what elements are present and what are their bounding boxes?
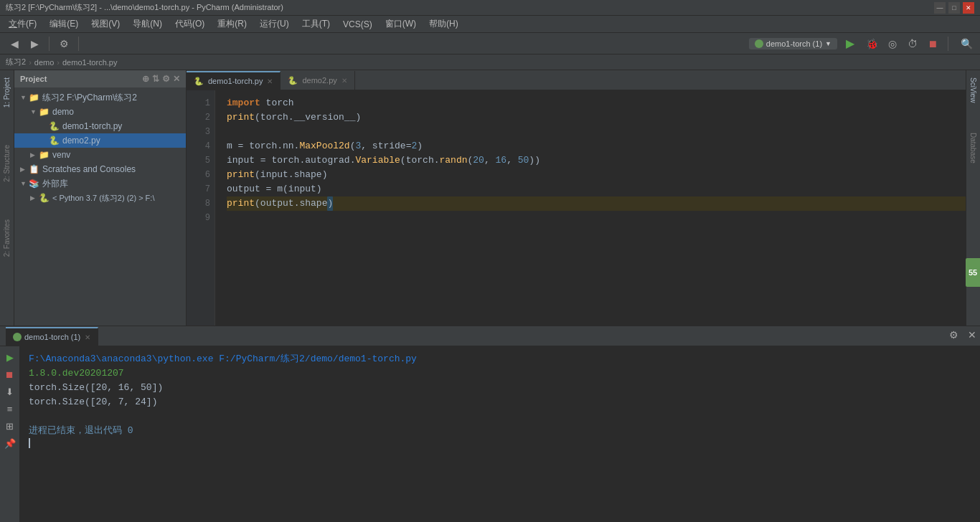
tab-label-demo2: demo2.py xyxy=(302,76,336,85)
tab-close-demo2[interactable]: ✕ xyxy=(341,77,347,85)
run-button[interactable]: ▶ xyxy=(842,35,859,52)
menu-window[interactable]: 窗口(W) xyxy=(380,16,422,32)
run-softWraps-button[interactable]: ≡ xyxy=(2,401,18,417)
minimize-button[interactable]: — xyxy=(934,2,946,14)
code-line-8: print(output.shape) xyxy=(227,196,966,211)
menu-edit[interactable]: 编辑(E) xyxy=(44,16,84,32)
profile-button[interactable]: ⏱ xyxy=(905,36,920,52)
tree-arrow-scratches: ▶ xyxy=(20,166,27,173)
output-line-version: 1.8.0.dev20201207 xyxy=(29,366,971,381)
breadcrumb-root[interactable]: 练习2 xyxy=(6,57,26,67)
output-line-size2: torch.Size([20, 7, 24]) xyxy=(29,395,971,409)
run-config-label: demo1-torch (1) xyxy=(766,39,822,48)
toolbar-separator-2 xyxy=(78,37,79,51)
menu-help[interactable]: 帮助(H) xyxy=(423,16,464,32)
tab-close-demo1[interactable]: ✕ xyxy=(267,77,273,85)
output-cursor-line xyxy=(29,438,971,448)
menu-refactor[interactable]: 重构(R) xyxy=(212,16,253,32)
project-panel-header: Project ⊕ ⇅ ⚙ ✕ xyxy=(14,70,186,87)
tree-arrow-demo: ▼ xyxy=(30,108,37,115)
run-scroll-end-button[interactable]: ⬇ xyxy=(2,384,18,399)
toolbar-settings-button[interactable]: ⚙ xyxy=(55,35,72,52)
right-tab-sciview[interactable]: SciView xyxy=(968,73,979,107)
tree-arrow-python: ▶ xyxy=(30,194,37,201)
code-content[interactable]: import torch print(torch.__version__) m … xyxy=(215,90,966,326)
tree-item-external-libs[interactable]: ▼ 📚 外部库 xyxy=(14,176,186,191)
code-editor[interactable]: 1 2 3 4 5 6 7 8 9 import torch print(tor… xyxy=(187,90,966,326)
right-sidebar-tabs: SciView Database xyxy=(966,70,980,326)
project-panel-expand-btn[interactable]: ⇅ xyxy=(152,74,159,84)
coverage-button[interactable]: ◎ xyxy=(885,36,900,52)
folder-icon-venv: 📁 xyxy=(39,150,50,160)
external-libs-icon: 📚 xyxy=(29,179,39,189)
run-pin-button[interactable]: 📌 xyxy=(2,435,18,451)
run-stop-button[interactable]: ⏹ xyxy=(2,366,18,382)
menu-code[interactable]: 代码(O) xyxy=(169,16,210,32)
menu-navigate[interactable]: 导航(N) xyxy=(127,16,168,32)
folder-icon-demo: 📁 xyxy=(39,107,50,117)
editor-tabs: 🐍 demo1-torch.py ✕ 🐍 demo2.py ✕ xyxy=(187,70,966,90)
run-config-selector[interactable]: demo1-torch (1) ▼ xyxy=(749,38,837,49)
tree-item-root[interactable]: ▼ 📁 练习2 F:\PyCharm\练习2 xyxy=(14,90,186,105)
run-output[interactable]: F:\Anaconda3\anaconda3\python.exe F:/PyC… xyxy=(20,346,980,522)
run-restart-button[interactable]: ▶ xyxy=(2,349,18,365)
tree-item-venv[interactable]: ▶ 📁 venv xyxy=(14,148,186,162)
tree-label-ext: 外部库 xyxy=(42,178,68,190)
breadcrumb: 练习2 › demo › demo1-torch.py xyxy=(0,54,980,70)
run-tab-close[interactable]: ✕ xyxy=(85,333,90,341)
tree-item-demo2[interactable]: ▶ 🐍 demo2.py xyxy=(14,133,186,148)
python-icon: 🐍 xyxy=(39,193,50,203)
run-config-icon xyxy=(755,39,763,48)
title-bar: 练习2 [F:\PyCharm\练习2] - ...\demo\demo1-to… xyxy=(0,0,980,16)
menu-view[interactable]: 视图(V) xyxy=(85,16,126,32)
sidebar-tab-favorites[interactable]: 2: Favorites xyxy=(1,215,12,261)
scratches-icon: 📋 xyxy=(29,164,39,174)
debug-button[interactable]: 🐞 xyxy=(863,35,880,52)
project-panel-add-btn[interactable]: ⊕ xyxy=(142,74,149,84)
run-settings-button[interactable]: ⚙ xyxy=(946,327,961,343)
sidebar-tab-structure[interactable]: 2: Structure xyxy=(1,141,12,186)
main-area: 1: Project 2: Structure 2: Favorites Pro… xyxy=(0,70,980,326)
close-button[interactable]: ✕ xyxy=(963,2,974,14)
project-panel-close-btn[interactable]: ✕ xyxy=(173,74,180,84)
menu-run[interactable]: 运行(U) xyxy=(254,16,295,32)
toolbar-back-button[interactable]: ◀ xyxy=(6,35,23,52)
stop-button[interactable]: ⏹ xyxy=(925,36,941,52)
search-everywhere-button[interactable]: 🔍 xyxy=(958,36,974,52)
maximize-button[interactable]: □ xyxy=(948,2,960,14)
tab-icon-demo2: 🐍 xyxy=(288,76,298,85)
tree-item-python[interactable]: ▶ 🐍 < Python 3.7 (练习2) (2) > F:\ xyxy=(14,191,186,205)
sidebar-tab-project[interactable]: 1: Project xyxy=(1,73,12,112)
run-filter-button[interactable]: ⊞ xyxy=(2,418,18,434)
tree-label-demo: demo xyxy=(52,107,74,117)
file-icon-demo2: 🐍 xyxy=(49,136,60,146)
output-line-size1: torch.Size([20, 16, 50]) xyxy=(29,381,971,395)
breadcrumb-demo[interactable]: demo xyxy=(34,58,55,67)
run-tab-icon xyxy=(13,333,22,341)
tree-arrow-ext: ▼ xyxy=(20,180,27,187)
green-badge[interactable]: 55 xyxy=(966,258,980,287)
code-line-2: print(torch.__version__) xyxy=(227,110,966,125)
project-panel-settings-btn[interactable]: ⚙ xyxy=(162,74,170,84)
project-tree: ▼ 📁 练习2 F:\PyCharm\练习2 ▼ 📁 demo ▶ 🐍 demo… xyxy=(14,87,186,326)
tab-demo1-torch[interactable]: 🐍 demo1-torch.py ✕ xyxy=(187,71,281,90)
code-line-6: print(input.shape) xyxy=(227,168,966,182)
menu-vcs[interactable]: VCS(S) xyxy=(337,18,378,31)
right-tab-database[interactable]: Database xyxy=(968,128,979,168)
tree-item-scratches[interactable]: ▶ 📋 Scratches and Consoles xyxy=(14,162,186,176)
toolbar-separator-1 xyxy=(49,37,50,51)
run-tab-label: demo1-torch (1) xyxy=(24,333,80,341)
menu-file[interactable]: 文件(F) xyxy=(3,16,42,32)
tree-label-python: < Python 3.7 (练习2) (2) > F:\ xyxy=(52,193,154,204)
menu-tools[interactable]: 工具(T) xyxy=(296,16,336,32)
toolbar-forward-button[interactable]: ▶ xyxy=(26,35,43,52)
tab-demo2[interactable]: 🐍 demo2.py ✕ xyxy=(281,71,354,90)
tree-item-demo1-torch[interactable]: ▶ 🐍 demo1-torch.py xyxy=(14,119,186,133)
run-tab-demo1[interactable]: demo1-torch (1) ✕ xyxy=(6,327,98,346)
code-line-9 xyxy=(227,211,966,225)
output-line-blank xyxy=(29,409,971,424)
breadcrumb-file[interactable]: demo1-torch.py xyxy=(62,58,117,67)
tree-item-demo[interactable]: ▼ 📁 demo xyxy=(14,105,186,119)
run-panel-tabs: demo1-torch (1) ✕ ⚙ ✕ xyxy=(0,326,980,346)
run-close-button[interactable]: ✕ xyxy=(964,327,980,343)
